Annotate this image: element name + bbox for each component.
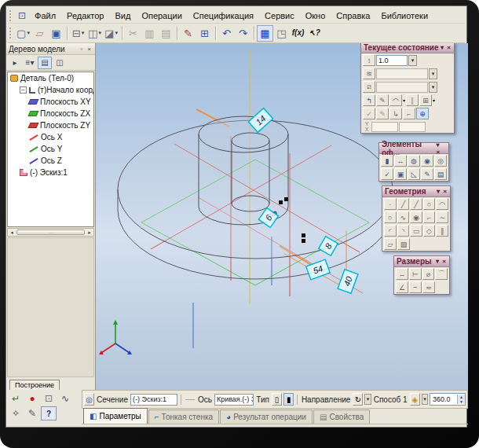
- menu-item-1[interactable]: Редактор: [61, 10, 109, 21]
- help-button[interactable]: ?: [41, 406, 57, 420]
- geometry-tool-icon[interactable]: ∼: [436, 211, 448, 223]
- dimensions-tool-icon[interactable]: ↔: [396, 268, 408, 280]
- state-combo[interactable]: [376, 68, 428, 79]
- tree-pointer-icon[interactable]: ▸: [8, 57, 22, 69]
- tree-composition-icon[interactable]: ▤: [38, 57, 52, 69]
- menu-item-5[interactable]: Сервис: [259, 10, 300, 21]
- menu-item-8[interactable]: Библиотеки: [375, 10, 433, 21]
- layers-dropdown-icon[interactable]: ▾: [429, 82, 437, 93]
- ortho-drawing-icon[interactable]: ⊕: [416, 108, 429, 119]
- scroll-thumb[interactable]: ⋯: [16, 230, 85, 235]
- type-sphere-icon[interactable]: ▮: [283, 393, 294, 406]
- dimensions-tool-icon[interactable]: ⌢: [409, 281, 422, 293]
- dropdown-arrow-icon[interactable]: ▾: [98, 30, 101, 36]
- geometry-tool-icon[interactable]: ○: [384, 211, 397, 223]
- scroll-left-icon[interactable]: ◂: [8, 230, 16, 236]
- new-document-icon[interactable]: ▢▾: [15, 25, 31, 42]
- stop-button[interactable]: ●: [24, 391, 40, 406]
- elements-tool-icon[interactable]: ▣: [394, 168, 407, 180]
- dropdown-arrow-icon[interactable]: ▾: [115, 30, 118, 36]
- dimensions-tool-icon[interactable]: ∠: [396, 281, 408, 293]
- variables-window-icon[interactable]: ▦: [257, 25, 273, 42]
- geometry-tool-icon[interactable]: ◉: [410, 211, 422, 223]
- geometry-tool-icon[interactable]: ╱: [410, 198, 422, 210]
- dimensions-tool-icon[interactable]: ⌀: [422, 268, 435, 280]
- geometry-tool-icon[interactable]: ∿: [397, 211, 410, 223]
- tree-item-6[interactable]: Ось Y: [8, 143, 93, 155]
- geometry-tool-icon[interactable]: ◝: [397, 225, 410, 237]
- format-brush-icon[interactable]: ✎: [180, 25, 196, 42]
- layers-combo[interactable]: [376, 82, 428, 93]
- dimensions-tool-icon[interactable]: ≂: [422, 281, 435, 293]
- edit-modes-icon[interactable]: ✎: [376, 94, 389, 106]
- method-icon[interactable]: ◈: [410, 393, 420, 406]
- tree-item-0[interactable]: Деталь (Тел-0): [8, 72, 93, 84]
- fx-variables-icon[interactable]: f(x): [290, 25, 306, 42]
- tab-Тонкая стенка[interactable]: ⌐Тонкая стенка: [148, 409, 219, 424]
- geometry-tool-icon[interactable]: ○: [423, 198, 436, 210]
- parallel-icon[interactable]: ∥: [406, 94, 419, 106]
- geometry-tool-icon[interactable]: ▱: [384, 238, 397, 250]
- elements-tool-icon[interactable]: ✎: [421, 168, 433, 180]
- elements-tool-icon[interactable]: ◍: [408, 155, 420, 167]
- expand-panel-button[interactable]: ⊡: [41, 391, 57, 406]
- geometry-tool-icon[interactable]: ▭: [410, 225, 422, 237]
- model-window-icon[interactable]: ◳: [273, 25, 290, 42]
- geometry-tool-icon[interactable]: ╱: [397, 198, 410, 210]
- local-cs-icon[interactable]: ↳: [389, 108, 402, 119]
- menu-item-2[interactable]: Вид: [109, 10, 136, 21]
- context-help-icon[interactable]: ↖?: [306, 25, 323, 42]
- scroll-right-icon[interactable]: ▸: [86, 230, 93, 236]
- copy-view-icon[interactable]: ◪▾: [103, 25, 119, 42]
- dimension-label[interactable]: 40: [338, 270, 358, 294]
- preview-icon[interactable]: ◫▾: [86, 25, 103, 42]
- menu-item-7[interactable]: Справка: [331, 10, 375, 21]
- tree-item-7[interactable]: Ось Z: [8, 155, 93, 167]
- edit-sketch-icon[interactable]: ✎: [376, 108, 389, 119]
- sketch-curve-button[interactable]: ∿: [57, 391, 73, 406]
- dropdown-arrow-icon[interactable]: ▾: [403, 97, 405, 103]
- tab-Параметры[interactable]: ◧Параметры: [83, 408, 148, 424]
- panel-controls[interactable]: ▾ ×: [441, 44, 452, 51]
- dimensions-tool-icon[interactable]: ⊢: [409, 268, 422, 280]
- step-dropdown-icon[interactable]: ▾: [408, 55, 417, 66]
- step-value-combo[interactable]: 1.0: [376, 55, 408, 66]
- menu-item-3[interactable]: Операции: [136, 10, 187, 21]
- axis-field[interactable]: Кривая.(-) Эскиз:: [214, 394, 254, 406]
- menu-item-6[interactable]: Окно: [300, 10, 331, 21]
- expander-icon[interactable]: −: [20, 86, 27, 94]
- elements-tool-icon[interactable]: ◎: [434, 155, 447, 167]
- geometry-tool-icon[interactable]: ◜: [384, 225, 397, 237]
- method-dropdown-icon[interactable]: ▾: [422, 394, 428, 405]
- tree-relations-icon[interactable]: ◫: [53, 57, 67, 69]
- grid-icon[interactable]: ⊞: [419, 94, 432, 106]
- elements-tool-icon[interactable]: ◺: [408, 168, 420, 180]
- panel-controls[interactable]: ▾ ×: [436, 258, 447, 265]
- panel-controls[interactable]: ▾ ×: [436, 141, 446, 156]
- menu-item-0[interactable]: Файл: [29, 10, 61, 21]
- geometry-tool-icon[interactable]: ◠: [436, 198, 448, 210]
- tree-item-2[interactable]: Плоскость XY: [8, 96, 93, 108]
- create-object-button[interactable]: ↵: [8, 391, 24, 406]
- tab-Свойства[interactable]: ▤Свойства: [313, 409, 370, 424]
- section-field[interactable]: (-) Эскиз:1: [130, 394, 177, 406]
- geometry-tool-icon[interactable]: ∥: [436, 225, 448, 237]
- section-icon[interactable]: ◎: [84, 393, 94, 406]
- angle-value[interactable]: 360.0: [430, 395, 457, 403]
- dimensions-tool-icon[interactable]: ⌒: [435, 268, 448, 280]
- auto-create-button[interactable]: ✧: [8, 406, 24, 420]
- open-icon[interactable]: ▱: [31, 25, 48, 42]
- save-icon[interactable]: ▣: [48, 25, 64, 42]
- dropdown-arrow-icon[interactable]: ▾: [27, 30, 30, 36]
- tree-item-8[interactable]: (-) Эскиз:1: [8, 167, 93, 178]
- geometry-tool-icon[interactable]: ▨: [397, 238, 410, 250]
- constraints-icon[interactable]: ✓: [363, 108, 375, 119]
- app-icon[interactable]: ⊡: [18, 10, 26, 21]
- geometry-tool-icon[interactable]: ⌐: [423, 211, 436, 223]
- model-tree-header-controls[interactable]: ▫ ×: [80, 46, 93, 53]
- tree-item-3[interactable]: Плоскость ZX: [8, 108, 93, 119]
- geometry-tool-icon[interactable]: ·: [384, 198, 397, 210]
- dropdown-arrow-icon[interactable]: ▾: [433, 97, 435, 103]
- elements-tool-icon[interactable]: ▤: [434, 168, 447, 180]
- panel-controls[interactable]: ▾ ×: [437, 188, 448, 195]
